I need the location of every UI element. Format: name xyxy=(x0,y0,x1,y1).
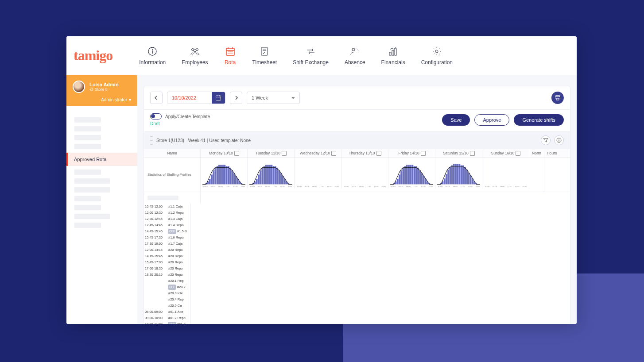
info-button[interactable] xyxy=(554,135,564,145)
nav-absence[interactable]: Absence xyxy=(345,46,365,65)
timesheet-icon xyxy=(258,46,271,57)
svg-rect-45 xyxy=(229,168,231,185)
sidebar-item-approved-rota[interactable]: Approved Rota xyxy=(66,153,137,166)
shift-cell[interactable]: 12:00-14:15#20 Repo xyxy=(144,247,190,253)
information-icon xyxy=(146,46,159,57)
shift-cell[interactable]: 12:30-12:45#1.3 Caja xyxy=(144,216,190,222)
nav-timesheet[interactable]: Timesheet xyxy=(252,46,277,65)
sidebar-item-placeholder[interactable] xyxy=(74,205,101,210)
next-button[interactable] xyxy=(230,92,242,104)
svg-point-19 xyxy=(435,50,438,53)
svg-text:08:00: 08:00 xyxy=(500,185,505,188)
sidebar-item-placeholder[interactable] xyxy=(74,223,101,228)
svg-text:16:00: 16:00 xyxy=(233,185,238,188)
date-input[interactable]: 10/10/2022 xyxy=(167,92,225,104)
grid-title: Store 1(U123) - Week 41 | Used template:… xyxy=(156,138,537,143)
svg-text:20:00: 20:00 xyxy=(428,185,433,188)
sidebar-item-placeholder[interactable] xyxy=(74,196,101,201)
employees-icon xyxy=(189,46,201,57)
sidebar-item-placeholder[interactable] xyxy=(74,135,101,140)
svg-rect-38 xyxy=(217,166,218,185)
svg-text:16:00: 16:00 xyxy=(374,185,379,188)
svg-text:04:00: 04:00 xyxy=(211,185,216,188)
print-button[interactable] xyxy=(551,92,564,104)
svg-rect-147 xyxy=(464,167,466,185)
nav-employees[interactable]: Employees xyxy=(182,46,208,65)
shift-cell[interactable]: 09:00-10:00#61.2 Repo xyxy=(144,315,190,321)
prev-button[interactable] xyxy=(150,92,163,104)
name-column-header: Name xyxy=(144,149,201,157)
role-selector[interactable]: Administrator ▾ xyxy=(73,97,131,102)
nav-label: Configuration xyxy=(421,59,453,65)
body: Luisa Admin @ Store 8 Administrator ▾ Ap… xyxy=(66,75,577,324)
shift-cell[interactable]: 06:00-09:00#61.1 Ape xyxy=(144,309,190,315)
svg-rect-75 xyxy=(276,168,278,185)
shift-cell[interactable]: 15:45-17:30#1.6 Repo xyxy=(144,235,190,241)
svg-rect-150 xyxy=(470,176,472,185)
save-button[interactable]: Save xyxy=(442,114,470,126)
day-column-header[interactable]: Wednesday 12/10 xyxy=(295,149,341,157)
shift-cell[interactable]: 10:45-12:00#1.1 Caja xyxy=(144,204,190,210)
shift-cell[interactable]: OFF#20.2 xyxy=(144,284,190,290)
period-select[interactable]: 1 Week xyxy=(247,92,300,104)
user-name: Luisa Admin xyxy=(89,82,119,87)
nav-rota[interactable]: Rota xyxy=(224,46,237,65)
nav-information[interactable]: Information xyxy=(139,46,166,65)
apply-template-toggle[interactable]: Apply/Create Template xyxy=(150,113,210,119)
sidebar-item-placeholder[interactable] xyxy=(74,169,101,175)
svg-rect-12 xyxy=(261,47,268,55)
day-column-header[interactable]: Friday 14/10 xyxy=(388,149,435,157)
svg-rect-44 xyxy=(228,166,229,185)
shift-cell[interactable]: 17:30-19:00#1.7 Caja xyxy=(144,241,190,247)
svg-rect-46 xyxy=(231,170,233,184)
sidebar-item-placeholder[interactable] xyxy=(74,178,110,184)
svg-rect-138 xyxy=(447,170,449,185)
day-column-header[interactable]: Sunday 16/10 xyxy=(482,149,529,157)
sidebar-item-placeholder[interactable] xyxy=(74,126,101,131)
shift-cell[interactable]: 12:00-12:30#1.2 Repo xyxy=(144,210,190,216)
svg-rect-115 xyxy=(414,166,415,185)
shift-cell[interactable]: 10:00-11:00OFF#61.3 xyxy=(144,321,190,324)
sidebar-item-placeholder[interactable] xyxy=(74,117,101,123)
shift-cell[interactable]: #20.1 Rep xyxy=(144,278,190,284)
shift-cell[interactable]: #20.4 Rep xyxy=(144,297,190,303)
sidebar-item-placeholder[interactable] xyxy=(74,144,101,149)
day-column-header[interactable]: Thursday 13/10 xyxy=(341,149,388,157)
svg-rect-136 xyxy=(444,178,446,184)
drag-handle-icon[interactable] xyxy=(150,136,153,145)
generate-shifts-button[interactable]: Generate shifts xyxy=(514,114,564,126)
svg-rect-2 xyxy=(152,50,153,54)
shift-cell[interactable]: 17:00-18:30#20 Repo xyxy=(144,266,190,272)
day-column-header[interactable]: Tuesday 11/10 xyxy=(248,149,294,157)
svg-rect-25 xyxy=(555,97,560,99)
shift-cell[interactable]: #20.5 Ca xyxy=(144,303,190,309)
rota-grid: Name Monday 10/10Tuesday 11/10Wednesday … xyxy=(144,149,570,324)
employee-name-cell[interactable] xyxy=(144,192,201,204)
shift-cell[interactable]: 14:45-15:45OFF#1.5 B xyxy=(144,228,190,235)
staffing-chart-wed: 00:0004:0008:0012:0016:0020:00 xyxy=(295,158,341,189)
copy-icon xyxy=(470,151,474,155)
staffing-profile-label: Statistics of Staffing Profiles xyxy=(144,158,201,192)
day-cell: #20.1 RepOFF#20.2#20.3 Idle#20.4 Rep#20.… xyxy=(144,278,191,309)
avatar xyxy=(73,81,85,93)
staffing-chart-fri: 00:0004:0008:0012:0016:0020:00 xyxy=(388,158,435,189)
nav-shift-exchange[interactable]: Shift Exchange xyxy=(293,46,329,65)
shift-cell[interactable]: 18:30-20:15#20 Repo xyxy=(144,272,190,278)
filter-button[interactable] xyxy=(541,135,551,145)
shift-cell[interactable]: #20.3 Idle xyxy=(144,290,190,297)
sidebar-item-placeholder[interactable] xyxy=(74,187,110,193)
shift-cell[interactable]: 12:45-14:45#1.4 Repo xyxy=(144,222,190,228)
day-column-header[interactable]: Monday 10/10 xyxy=(201,149,247,157)
nav-configuration[interactable]: Configuration xyxy=(421,46,453,65)
shift-cell[interactable]: 14:15-15:45#20 Repo xyxy=(144,253,190,259)
sidebar-item-placeholder[interactable] xyxy=(74,214,110,219)
svg-text:08:00: 08:00 xyxy=(265,185,270,188)
day-column-header[interactable]: Saturday 15/10 xyxy=(435,149,482,157)
nav-financials[interactable]: Financials xyxy=(381,46,405,65)
svg-text:00:00: 00:00 xyxy=(344,185,349,188)
shift-cell[interactable]: 15:45-17:00#20 Repo xyxy=(144,259,190,266)
calendar-icon[interactable] xyxy=(212,92,225,104)
approve-button[interactable]: Approve xyxy=(474,114,509,126)
svg-rect-36 xyxy=(213,170,214,184)
grid-header: Store 1(U123) - Week 41 | Used template:… xyxy=(144,132,570,149)
